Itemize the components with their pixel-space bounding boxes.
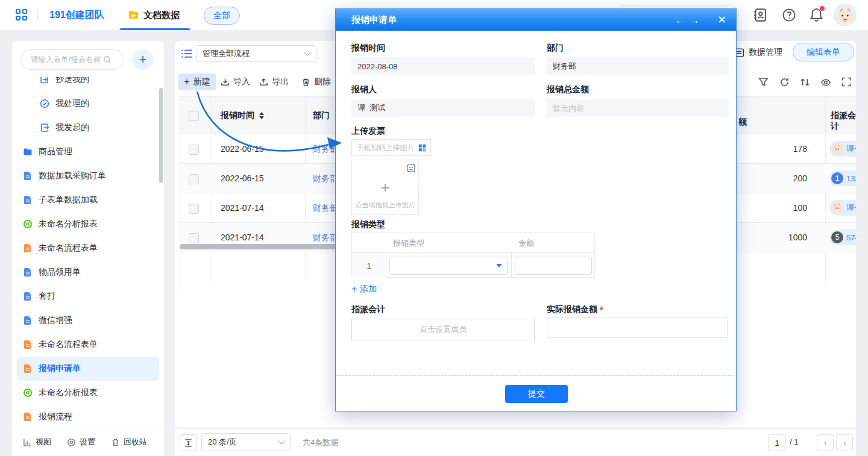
sidebar-item-flow-form[interactable]: 未命名流程表单 bbox=[17, 236, 159, 260]
total-pages-label: / 1 bbox=[790, 437, 798, 446]
next-record-icon[interactable]: → bbox=[690, 15, 699, 25]
assign-member-box[interactable]: 点击设置成员 bbox=[351, 319, 535, 340]
eye-icon[interactable] bbox=[820, 77, 831, 88]
modal-title: 报销申请单 bbox=[351, 14, 675, 26]
prev-page-button[interactable]: ‹ bbox=[817, 434, 834, 451]
trash-icon bbox=[301, 78, 310, 87]
select-all-checkbox[interactable] bbox=[189, 111, 199, 121]
person-label: 报销人 bbox=[351, 84, 377, 95]
sidebar-item-cc-to-me[interactable]: 抄送我的 bbox=[17, 77, 159, 92]
sidebar-item-expense-flow[interactable]: 报销流程 bbox=[17, 405, 159, 428]
bar-chart-icon bbox=[23, 438, 32, 447]
cell-dept-link[interactable]: 财务部 bbox=[313, 203, 338, 214]
views-button[interactable]: 视图 bbox=[23, 437, 51, 448]
row-checkbox[interactable] bbox=[189, 174, 199, 184]
expense-type-select[interactable] bbox=[389, 257, 508, 275]
export-button[interactable]: 导出 bbox=[259, 73, 289, 90]
contacts-icon[interactable] bbox=[753, 8, 767, 22]
edit-form-button[interactable]: 编辑表单 bbox=[793, 43, 854, 61]
current-page-box[interactable]: 1 bbox=[768, 434, 786, 451]
sidebar-item-form[interactable]: 套打 bbox=[17, 284, 159, 308]
cell-dept-link[interactable]: 财务部 bbox=[313, 173, 338, 184]
add-form-button[interactable]: + bbox=[133, 49, 153, 70]
sidebar-folder-goods[interactable]: 商品管理 bbox=[17, 140, 159, 164]
active-tab-underline bbox=[120, 28, 190, 30]
notifications-bell-icon[interactable] bbox=[809, 7, 824, 24]
actual-amount-label: 实际报销金额* bbox=[547, 304, 603, 315]
app-launcher-icon[interactable] bbox=[16, 9, 27, 20]
prev-record-icon[interactable]: ← bbox=[675, 15, 684, 25]
sidebar-item-report[interactable]: 未命名分析报表 bbox=[17, 212, 159, 236]
column-header-dept[interactable]: 部门 bbox=[313, 110, 330, 121]
sidebar-item-form[interactable]: 数据加载采购订单 bbox=[17, 164, 159, 188]
cell-assignee-pill[interactable]: 谭一 bbox=[829, 141, 856, 157]
filter-icon[interactable] bbox=[758, 77, 769, 87]
total-amount-field[interactable] bbox=[547, 99, 729, 117]
row-checkbox[interactable] bbox=[189, 233, 199, 243]
form-search-box bbox=[20, 49, 124, 70]
dept-field[interactable] bbox=[547, 57, 729, 75]
sort-icon[interactable] bbox=[800, 77, 810, 87]
refresh-icon[interactable] bbox=[779, 77, 790, 87]
flow-filter-icon[interactable] bbox=[181, 48, 193, 59]
sidebar-scrollbar[interactable] bbox=[159, 88, 163, 183]
column-header-assignee[interactable]: 指派会计 bbox=[831, 110, 856, 132]
sidebar-item-flow-form[interactable]: 未命名流程表单 bbox=[17, 333, 159, 357]
assignee-avatar bbox=[831, 202, 843, 214]
settings-button[interactable]: 设置 bbox=[67, 437, 95, 448]
invoice-label: 上传发票 bbox=[351, 126, 385, 137]
cell-assignee-pill[interactable]: 5 5745 bbox=[829, 230, 856, 245]
help-icon[interactable] bbox=[782, 8, 796, 22]
cell-amount: 100 bbox=[741, 203, 807, 213]
cell-date: 2022-06-15 bbox=[221, 173, 264, 183]
row-checkbox[interactable] bbox=[189, 204, 199, 214]
sidebar-item-form[interactable]: 微信增强 bbox=[17, 308, 159, 333]
team-name[interactable]: 191创建团队 bbox=[49, 9, 104, 22]
column-header-date[interactable]: 报销时间 bbox=[221, 110, 264, 121]
cell-date: 2021-07-14 bbox=[221, 203, 264, 213]
delete-button[interactable]: 删除 bbox=[301, 73, 331, 90]
recycle-bin-button[interactable]: 回收站 bbox=[111, 437, 147, 448]
add-row-button[interactable]: + 添加 bbox=[351, 284, 377, 295]
scan-upload-button[interactable]: 手机扫码上传图片 bbox=[351, 139, 431, 156]
fullscreen-icon[interactable] bbox=[841, 77, 851, 87]
sidebar-item-handled-by-me[interactable]: 我处理的 bbox=[17, 92, 159, 116]
data-manage-button[interactable]: 数据管理 bbox=[734, 47, 782, 58]
user-avatar[interactable] bbox=[834, 4, 857, 27]
cell-assignee-pill[interactable]: 1 1334 bbox=[829, 170, 856, 186]
row-checkbox[interactable] bbox=[189, 145, 199, 155]
flow-scope-select[interactable]: 管理全部流程 bbox=[196, 45, 316, 62]
person-field[interactable] bbox=[351, 99, 535, 117]
expense-amount-input[interactable] bbox=[515, 257, 592, 275]
actual-amount-input[interactable] bbox=[547, 317, 728, 338]
export-icon bbox=[259, 78, 268, 87]
upload-hint: 点击或拖拽上传图片 bbox=[352, 201, 418, 210]
sidebar-item-started-by-me[interactable]: 我发起的 bbox=[17, 116, 159, 140]
sidebar-item-form[interactable]: 物品领用单 bbox=[17, 260, 159, 284]
workspace-tab[interactable]: 文档数据 bbox=[143, 10, 180, 21]
sidebar-list: 抄送我的 我处理的 我发起的 商品管理 数据加载采购订单 子表单数据加载 未命名… bbox=[12, 77, 164, 428]
next-page-button[interactable]: › bbox=[836, 434, 853, 451]
cell-dept-link[interactable]: 财务部 bbox=[313, 233, 338, 243]
sidebar-footer: 视图 设置 回收站 bbox=[12, 428, 164, 456]
sort-toggle-icon[interactable] bbox=[259, 112, 264, 119]
time-field[interactable] bbox=[351, 57, 535, 75]
filter-all-pill[interactable]: 全部 bbox=[204, 7, 240, 25]
page-size-select[interactable]: 20 条/页 bbox=[201, 433, 291, 451]
cell-assignee-pill[interactable]: 谭一 bbox=[829, 200, 856, 216]
row-height-button[interactable] bbox=[180, 434, 197, 451]
close-icon[interactable]: ✕ bbox=[717, 14, 726, 25]
submit-button[interactable]: 提交 bbox=[505, 385, 568, 403]
form-search-input[interactable] bbox=[30, 55, 103, 64]
sidebar-item-report[interactable]: 未命名分析报表 bbox=[17, 381, 159, 405]
cell-date: 2021-07-14 bbox=[221, 233, 264, 242]
cell-dept-link[interactable]: 财务部 bbox=[313, 144, 338, 155]
sidebar-item-expense-form-active[interactable]: 报销申请单 bbox=[17, 357, 159, 381]
image-upload-dropzone[interactable]: + 点击或拖拽上传图片 bbox=[351, 160, 419, 215]
expense-type-table-header: 报销类型 金额 bbox=[352, 233, 594, 253]
create-button[interactable]: + 新建 bbox=[178, 73, 216, 90]
sidebar-item-form[interactable]: 子表单数据加载 bbox=[17, 188, 159, 212]
import-button[interactable]: 导入 bbox=[221, 73, 250, 90]
column-header-amount-partial[interactable]: 额 bbox=[738, 117, 747, 128]
type-column-header: 报销类型 bbox=[393, 238, 424, 249]
